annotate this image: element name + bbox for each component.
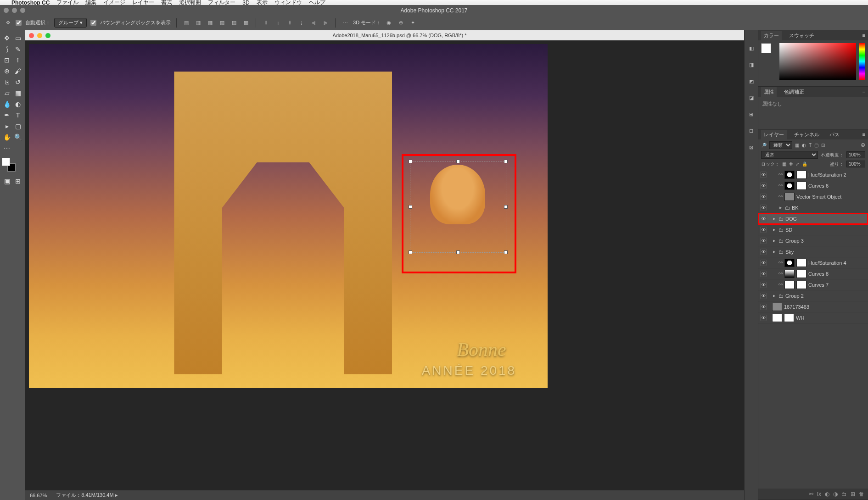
layer-name[interactable]: Hue/Saturation 2 xyxy=(808,172,866,178)
align-center-v-icon[interactable]: ▨ xyxy=(230,19,238,27)
tab-adjustments[interactable]: 色調補正 xyxy=(781,87,807,97)
align-top-icon[interactable]: ▧ xyxy=(218,19,226,27)
mode-3d-3-icon[interactable]: ✦ xyxy=(409,19,417,27)
visibility-toggle[interactable]: 👁 xyxy=(760,216,767,222)
canvas-viewport[interactable]: Bonne ANNÉE 2018 xyxy=(25,40,744,490)
panel-menu-icon[interactable]: ≡ xyxy=(862,89,865,94)
more-options-icon[interactable]: ⋯ xyxy=(341,19,349,27)
type-tool[interactable]: T xyxy=(13,110,23,120)
visibility-toggle[interactable]: 👁 xyxy=(760,260,767,266)
collapsed-panel-5-icon[interactable]: ⊞ xyxy=(747,110,756,118)
visibility-toggle[interactable]: 👁 xyxy=(760,282,767,288)
layer-name[interactable]: Curves 8 xyxy=(808,271,866,277)
hand-tool[interactable]: ✋ xyxy=(2,132,12,142)
hue-slider[interactable] xyxy=(859,43,865,80)
layer-name[interactable]: 167173463 xyxy=(784,304,866,310)
history-brush-tool[interactable]: ↺ xyxy=(13,77,23,87)
mode-3d-2-icon[interactable]: ⊕ xyxy=(397,19,405,27)
quickmask-tool[interactable]: ▣ xyxy=(2,176,12,186)
visibility-toggle[interactable]: 👁 xyxy=(760,315,767,321)
healing-tool[interactable]: ⊛ xyxy=(2,66,12,76)
doc-minimize-icon[interactable] xyxy=(37,33,42,38)
layer-thumb[interactable] xyxy=(784,193,795,201)
tab-swatches[interactable]: スウォッチ xyxy=(786,31,817,40)
path-select-tool[interactable]: ▸ xyxy=(2,121,12,131)
filter-toggle[interactable]: ⦿ xyxy=(861,143,865,148)
layer-row[interactable]: 👁⚯Curves 6 xyxy=(758,180,868,191)
collapsed-panel-4-icon[interactable]: ◪ xyxy=(747,94,756,102)
layer-row[interactable]: 👁167173463 xyxy=(758,301,868,312)
visibility-toggle[interactable]: 👁 xyxy=(760,183,767,189)
foreground-color-swatch[interactable] xyxy=(2,158,10,166)
collapsed-panel-3-icon[interactable]: ◩ xyxy=(747,77,756,85)
visibility-toggle[interactable]: 👁 xyxy=(760,227,767,233)
layer-row[interactable]: 👁▸🗀DOG xyxy=(758,213,868,224)
opacity-input[interactable] xyxy=(846,151,865,158)
doc-maximize-icon[interactable] xyxy=(45,33,50,38)
layer-name[interactable]: Group 2 xyxy=(785,293,866,299)
brush-tool[interactable]: 🖌 xyxy=(13,66,23,76)
color-swatches[interactable] xyxy=(2,158,16,172)
layer-mask-thumb[interactable] xyxy=(796,259,806,267)
eyedropper-tool[interactable]: ⤒ xyxy=(13,55,23,65)
color-spectrum[interactable] xyxy=(779,43,856,80)
distribute-1-icon[interactable]: ⫴ xyxy=(262,19,270,27)
dodge-tool[interactable]: ◐ xyxy=(13,99,23,109)
collapsed-panel-2-icon[interactable]: ◨ xyxy=(747,61,756,69)
layer-row[interactable]: 👁⚯Hue/Saturation 4 xyxy=(758,257,868,268)
distribute-3-icon[interactable]: ⫵ xyxy=(286,19,294,27)
layer-row[interactable]: 👁⚯Curves 8 xyxy=(758,268,868,279)
layer-name[interactable]: BK xyxy=(792,205,866,211)
folder-disclosure-icon[interactable]: ▸ xyxy=(772,238,777,244)
visibility-toggle[interactable]: 👁 xyxy=(760,194,767,200)
visibility-toggle[interactable]: 👁 xyxy=(760,249,767,255)
tab-properties[interactable]: 属性 xyxy=(761,87,777,97)
collapsed-panel-6-icon[interactable]: ⊟ xyxy=(747,127,756,135)
distribute-4-icon[interactable]: ⫶ xyxy=(297,19,306,27)
fill-input[interactable] xyxy=(846,161,865,167)
layer-name[interactable]: Group 3 xyxy=(785,238,866,244)
layer-filter-type[interactable]: 種類 xyxy=(769,141,792,149)
tab-color[interactable]: カラー xyxy=(761,31,782,40)
layer-thumb[interactable] xyxy=(784,171,795,179)
visibility-toggle[interactable]: 👁 xyxy=(760,271,767,277)
layer-thumb[interactable] xyxy=(772,303,782,311)
window-close-icon[interactable] xyxy=(4,8,9,13)
lock-pixels-icon[interactable]: ▦ xyxy=(782,161,786,167)
filter-shape-icon[interactable]: ▢ xyxy=(814,143,818,148)
doc-close-icon[interactable] xyxy=(29,33,34,38)
layer-mask-icon[interactable]: ◐ xyxy=(825,491,829,497)
shape-tool[interactable]: ▢ xyxy=(13,121,23,131)
layer-row[interactable]: 👁⚯Hue/Saturation 2 xyxy=(758,169,868,180)
stamp-tool[interactable]: ⎘ xyxy=(2,77,12,87)
align-left-icon[interactable]: ▤ xyxy=(182,19,190,27)
crop-tool[interactable]: ⊡ xyxy=(2,55,12,65)
folder-disclosure-icon[interactable]: ▸ xyxy=(772,293,777,299)
layer-row[interactable]: 👁▸🗀Sky xyxy=(758,246,868,257)
layer-row[interactable]: 👁▸🗀BK xyxy=(758,202,868,213)
layer-fx-icon[interactable]: fx xyxy=(817,491,821,497)
bounding-box-checkbox[interactable] xyxy=(90,20,96,26)
distribute-6-icon[interactable]: ⫸ xyxy=(321,19,330,27)
new-adjustment-icon[interactable]: ◑ xyxy=(833,491,838,497)
layer-row[interactable]: 👁▸🗀Group 2 xyxy=(758,290,868,301)
distribute-5-icon[interactable]: ⫷ xyxy=(309,19,318,27)
panel-menu-icon[interactable]: ≡ xyxy=(862,132,865,137)
layer-mask-thumb[interactable] xyxy=(796,281,806,289)
edit-toolbar[interactable]: ⋯ xyxy=(2,143,12,153)
layer-thumb[interactable] xyxy=(784,281,795,289)
filesize-info[interactable]: ファイル：8.41M/130.4M ▸ xyxy=(56,492,118,499)
new-group-icon[interactable]: 🗀 xyxy=(841,491,847,497)
layer-thumb[interactable] xyxy=(784,182,795,190)
delete-layer-icon[interactable]: 🗑 xyxy=(859,491,864,497)
layer-row[interactable]: 👁WH xyxy=(758,312,868,323)
layer-name[interactable]: Hue/Saturation 4 xyxy=(808,260,866,266)
layer-row[interactable]: 👁⚯Vector Smart Object xyxy=(758,191,868,202)
link-layers-icon[interactable]: ⚯ xyxy=(809,491,813,497)
folder-disclosure-icon[interactable]: ▸ xyxy=(772,227,777,233)
tab-channels[interactable]: チャンネル xyxy=(791,130,822,139)
layer-name[interactable]: Curves 7 xyxy=(808,282,866,288)
screenmode-tool[interactable]: ⊞ xyxy=(13,176,23,186)
color-current-swatch[interactable] xyxy=(761,43,777,83)
auto-select-checkbox[interactable] xyxy=(16,20,22,26)
